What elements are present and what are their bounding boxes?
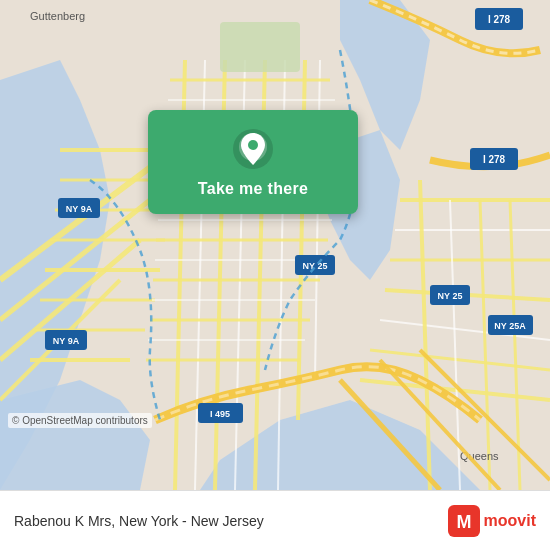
svg-rect-41 [220,22,300,72]
popup-card[interactable]: Take me there [148,110,358,214]
location-label: Rabenou K Mrs, New York - New Jersey [14,513,264,529]
svg-text:M: M [456,512,471,532]
bottom-bar: Rabenou K Mrs, New York - New Jersey M m… [0,490,550,550]
svg-text:I 278: I 278 [483,154,506,165]
map-container: I 278 I 278 NY 25 NY 25 NY 25A I 495 NY … [0,0,550,490]
moovit-logo: M moovit [448,505,536,537]
svg-text:I 495: I 495 [210,409,230,419]
svg-text:NY 25A: NY 25A [494,321,526,331]
map-attribution: © OpenStreetMap contributors [8,413,152,428]
svg-text:NY 9A: NY 9A [53,336,80,346]
moovit-label: moovit [484,512,536,530]
svg-text:Guttenberg: Guttenberg [30,10,85,22]
svg-text:I 278: I 278 [488,14,511,25]
svg-point-76 [248,140,258,150]
take-me-there-button[interactable]: Take me there [198,180,308,198]
svg-text:NY 9A: NY 9A [66,204,93,214]
moovit-icon: M [448,505,480,537]
location-pin-icon [232,128,274,170]
svg-text:NY 25: NY 25 [438,291,463,301]
svg-text:NY 25: NY 25 [303,261,328,271]
